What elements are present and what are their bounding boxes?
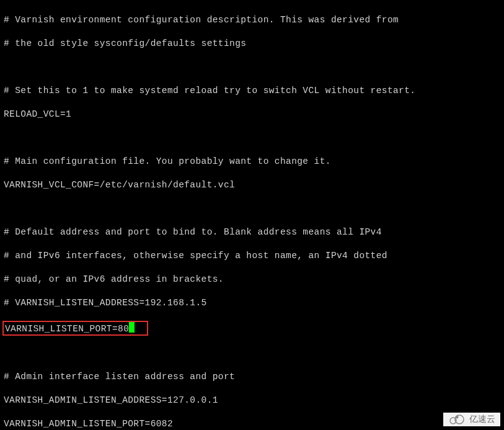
config-line: # quad, or an IPv6 address in brackets. <box>4 274 500 285</box>
config-line: RELOAD_VCL=1 <box>4 109 500 120</box>
watermark: 亿速云 <box>443 413 500 426</box>
listen-port-setting: VARNISH_LISTEN_PORT=80 <box>5 324 129 334</box>
config-line: # Set this to 1 to make systemd reload t… <box>4 85 500 97</box>
blank-line <box>4 347 500 359</box>
blank-line <box>4 203 500 215</box>
blank-line <box>4 132 500 144</box>
config-line: VARNISH_ADMIN_LISTEN_PORT=6082 <box>4 418 500 430</box>
config-line: # VARNISH_LISTEN_ADDRESS=192.168.1.5 <box>4 297 500 309</box>
highlight-box: VARNISH_LISTEN_PORT=80 <box>2 321 148 336</box>
cloud-icon <box>448 414 467 425</box>
config-line: VARNISH_ADMIN_LISTEN_ADDRESS=127.0.0.1 <box>4 395 500 406</box>
config-line: VARNISH_VCL_CONF=/etc/varnish/default.vc… <box>4 179 500 191</box>
config-line: # the old style sysconfig/defaults setti… <box>4 38 500 50</box>
config-line: # Varnish environment configuration desc… <box>4 14 500 26</box>
highlighted-listen-port-line: VARNISH_LISTEN_PORT=80 <box>4 321 500 336</box>
text-cursor <box>129 322 135 333</box>
config-line: # Admin interface listen address and por… <box>4 371 500 383</box>
svg-point-2 <box>456 416 459 419</box>
config-line: # Main configuration file. You probably … <box>4 156 500 168</box>
watermark-text: 亿速云 <box>469 414 495 425</box>
config-line: # Default address and port to bind to. B… <box>4 226 500 238</box>
terminal-viewport[interactable]: # Varnish environment configuration desc… <box>0 0 504 430</box>
config-line: # and IPv6 interfaces, otherwise specify… <box>4 250 500 262</box>
blank-line <box>4 61 500 73</box>
